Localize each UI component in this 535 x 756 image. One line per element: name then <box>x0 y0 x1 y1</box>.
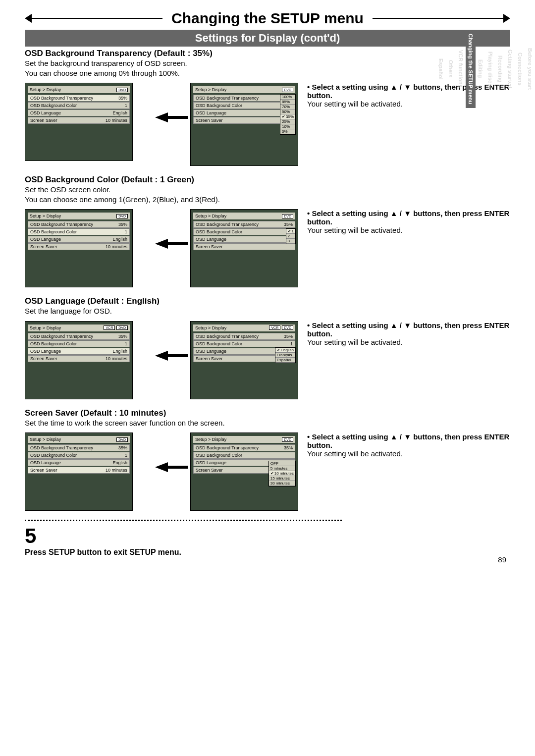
section-desc: Set the time to work the screen saver fu… <box>25 418 510 428</box>
instruction-text: • Select a setting using ▲ / ▼ buttons, … <box>307 321 510 346</box>
page-title: Changing the SETUP menu <box>162 10 373 27</box>
arrow-left-icon <box>142 462 181 472</box>
osd-screen-result: Setup > DisplayDVDOSD Background Transpa… <box>25 432 133 511</box>
section-osd-bg-color: OSD Background Color (Default : 1 Green)… <box>25 175 510 287</box>
side-tab: Editing <box>476 30 485 108</box>
section-heading: OSD Background Color (Default : 1 Green) <box>25 175 510 185</box>
arrow-left-icon <box>142 351 181 361</box>
title-deco-right <box>503 14 510 23</box>
step-text: Press SETUP button to exit SETUP menu. <box>25 548 510 557</box>
osd-screen-options: Setup > DisplayVCRDVDOSD Background Tran… <box>190 321 298 399</box>
section-screen-saver: Screen Saver (Default : 10 minutes) Set … <box>25 408 510 511</box>
arrow-left-icon <box>142 112 181 122</box>
title-deco-left <box>25 14 32 23</box>
side-tab: VCR functions <box>456 30 466 108</box>
section-desc: Set the language for OSD. <box>25 306 510 316</box>
side-tab: Español <box>436 30 446 108</box>
osd-screen-result: Setup > DisplayDVDOSD Background Transpa… <box>25 209 133 287</box>
side-tab: Playing discs <box>485 30 495 108</box>
instruction-text: • Select a setting using ▲ / ▼ buttons, … <box>307 432 510 458</box>
arrow-left-icon <box>142 239 181 249</box>
section-osd-language: OSD Language (Default : English) Set the… <box>25 296 510 399</box>
osd-screen-options: Setup > DisplayDVDOSD Background Transpa… <box>190 432 298 511</box>
page-number: 89 <box>498 555 506 564</box>
step-number: 5 <box>25 524 510 548</box>
side-tab: Recording <box>495 30 505 108</box>
osd-screen-options: Setup > DisplayDVDOSD Background Transpa… <box>190 83 298 166</box>
side-tab: Before you start <box>525 30 535 108</box>
osd-screen-options: Setup > DisplayDVDOSD Background Transpa… <box>190 209 298 287</box>
section-desc: You can choose one among 1(Green), 2(Blu… <box>25 195 510 205</box>
section-heading: Screen Saver (Default : 10 minutes) <box>25 408 510 418</box>
section-desc: Set the OSD screen color. <box>25 185 510 195</box>
side-tabs: Before you startConnectionsGetting start… <box>520 30 535 108</box>
instruction-text: • Select a setting using ▲ / ▼ buttons, … <box>307 209 510 234</box>
side-tab: Connections <box>515 30 525 108</box>
osd-screen-result: Setup > DisplayVCRDVDOSD Background Tran… <box>25 321 133 399</box>
side-tab: Others <box>446 30 456 108</box>
section-heading: OSD Language (Default : English) <box>25 296 510 306</box>
side-tab: Changing the SETUP menu <box>466 30 476 108</box>
page-title-bar: Changing the SETUP menu <box>25 10 510 27</box>
dotted-divider <box>25 520 342 521</box>
side-tab: Getting started <box>505 30 515 108</box>
osd-screen-result: Setup > DisplayDVDOSD Background Transpa… <box>25 83 133 161</box>
